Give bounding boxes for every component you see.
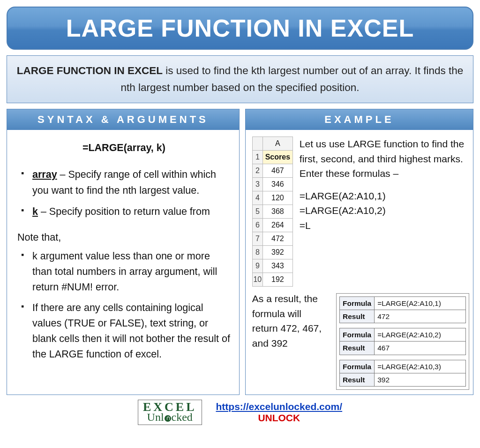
result-table: Formula=LARGE(A2:A10,3) Result392 <box>339 360 466 387</box>
score-cell: 120 <box>262 191 292 205</box>
rt-label: Result <box>340 310 375 323</box>
arg-name: array <box>32 169 57 180</box>
logo-line2: Unlcked <box>143 411 197 423</box>
rt-label: Formula <box>340 360 375 373</box>
logo: EXCEL Unlcked <box>138 400 202 425</box>
score-cell: 264 <box>262 219 292 232</box>
row-header: 1 <box>252 151 262 164</box>
row-header: 4 <box>252 191 262 205</box>
example-intro-text: Let us use LARGE function to find the fi… <box>300 137 466 181</box>
score-cell: 192 <box>262 273 292 287</box>
intro-rest: is used to find the kth largest number o… <box>120 65 463 93</box>
title-banner: LARGE FUNCTION IN EXCEL <box>7 7 473 50</box>
score-cell: 343 <box>262 259 292 273</box>
score-cell: 472 <box>262 232 292 246</box>
result-tables-box: Formula=LARGE(A2:A10,1) Result472 Formul… <box>336 293 469 390</box>
rt-label: Result <box>340 373 375 386</box>
row-header: 3 <box>252 178 262 191</box>
example-formula: =LARGE(A2:A10,1) <box>300 189 466 204</box>
row-header: 7 <box>252 232 262 246</box>
row-header: 8 <box>252 246 262 259</box>
score-cell: 392 <box>262 246 292 259</box>
row-header: 5 <box>252 205 262 219</box>
example-result-text: As a result, the formula will return 472… <box>252 291 322 350</box>
syntax-header: SYNTAX & ARGUMENTS <box>7 109 239 130</box>
score-cell: 346 <box>262 178 292 191</box>
result-table: Formula=LARGE(A2:A10,1) Result472 <box>339 296 466 324</box>
example-formula: =LARGE(A2:A10,2) <box>300 203 466 218</box>
arg-desc: – Specify position to return value from <box>38 206 210 217</box>
footer: EXCEL Unlcked https://excelunlocked.com/… <box>7 400 473 425</box>
rt-label: Result <box>340 342 375 355</box>
row-header: 2 <box>252 164 262 178</box>
syntax-panel: SYNTAX & ARGUMENTS =LARGE(array, k) arra… <box>7 109 240 395</box>
rt-result: 472 <box>375 310 466 323</box>
result-table: Formula=LARGE(A2:A10,2) Result467 <box>339 328 466 355</box>
footer-url[interactable]: https://excelunlocked.com/ <box>216 401 343 412</box>
example-panel: EXAMPLE A 1Scores 2467 3346 4120 5368 62… <box>245 109 473 395</box>
col-header: A <box>262 137 292 151</box>
rt-label: Formula <box>340 296 375 310</box>
table-corner <box>252 137 262 151</box>
score-cell: 467 <box>262 164 292 178</box>
rt-result: 392 <box>375 373 466 386</box>
arg-item: k – Specify position to return value fro… <box>20 204 231 220</box>
note-item: If there are any cells containing logica… <box>20 300 231 363</box>
scores-table: A 1Scores 2467 3346 4120 5368 6264 7472 … <box>252 137 293 287</box>
arg-name: k <box>32 206 38 217</box>
row-header: 9 <box>252 259 262 273</box>
example-header: EXAMPLE <box>246 109 473 130</box>
row-header: 6 <box>252 219 262 232</box>
intro-lead: LARGE FUNCTION IN EXCEL <box>17 65 163 76</box>
rt-formula: =LARGE(A2:A10,3) <box>375 360 466 373</box>
intro-box: LARGE FUNCTION IN EXCEL is used to find … <box>7 55 473 103</box>
note-heading: Note that, <box>17 230 231 245</box>
rt-label: Formula <box>340 328 375 342</box>
rt-formula: =LARGE(A2:A10,2) <box>375 328 466 342</box>
scores-header-cell: Scores <box>262 151 292 164</box>
footer-unlock: UNLOCK <box>216 412 343 424</box>
arg-desc: – Specify range of cell within which you… <box>32 169 216 196</box>
row-header: 10 <box>252 273 262 287</box>
lock-icon <box>165 415 171 422</box>
note-item: k argument value less than one or more t… <box>20 249 231 296</box>
rt-formula: =LARGE(A2:A10,1) <box>375 296 466 310</box>
rt-result: 467 <box>375 342 466 355</box>
example-formula-partial: =L <box>300 218 466 233</box>
arg-item: array – Specify range of cell within whi… <box>20 167 231 198</box>
page-title: LARGE FUNCTION IN EXCEL <box>12 14 468 42</box>
syntax-formula: =LARGE(array, k) <box>17 140 231 156</box>
score-cell: 368 <box>262 205 292 219</box>
